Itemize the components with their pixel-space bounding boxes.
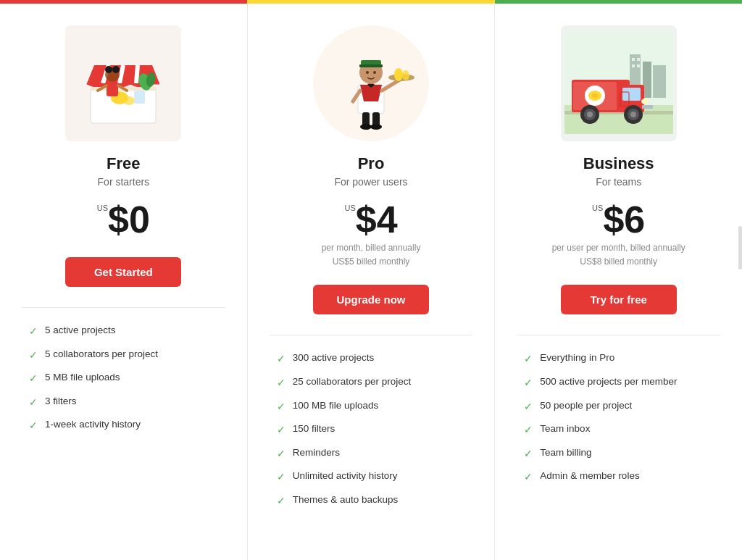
feature-text: 3 filters xyxy=(45,395,77,409)
pro-cta-button[interactable]: Upgrade now xyxy=(313,285,429,314)
list-item: ✓50 people per project xyxy=(524,399,713,414)
check-icon: ✓ xyxy=(29,419,38,433)
svg-rect-37 xyxy=(653,65,666,98)
free-divider xyxy=(22,307,225,308)
svg-point-33 xyxy=(373,71,376,74)
list-item: ✓5 collaborators per project xyxy=(29,348,218,363)
feature-text: 1-week activity history xyxy=(45,418,141,432)
pro-price-details: per month, billed annuallyUS$5 billed mo… xyxy=(322,241,421,269)
list-item: ✓100 MB file uploads xyxy=(277,399,466,414)
free-price: $0 xyxy=(108,201,150,238)
check-icon: ✓ xyxy=(524,423,533,438)
business-price-row: US $6 xyxy=(592,201,645,238)
svg-point-26 xyxy=(402,70,409,80)
svg-rect-41 xyxy=(637,64,640,67)
free-price-row: US $0 xyxy=(97,201,150,238)
business-price: $6 xyxy=(603,201,645,238)
svg-point-51 xyxy=(592,93,598,98)
check-icon: ✓ xyxy=(277,400,285,414)
svg-point-31 xyxy=(370,124,382,130)
illustration-free xyxy=(65,25,181,141)
feature-text: 150 filters xyxy=(293,422,335,436)
check-icon: ✓ xyxy=(29,325,38,339)
svg-line-4 xyxy=(136,65,138,83)
free-plan-subtitle: For starters xyxy=(98,176,150,188)
pro-divider xyxy=(270,335,473,335)
list-item: ✓Reminders xyxy=(277,446,466,461)
svg-point-54 xyxy=(587,112,593,117)
svg-point-32 xyxy=(366,71,369,74)
check-icon: ✓ xyxy=(29,348,38,363)
check-icon: ✓ xyxy=(524,352,533,367)
feature-text: 5 MB file uploads xyxy=(45,371,120,385)
check-icon: ✓ xyxy=(277,470,285,485)
pro-price: $4 xyxy=(356,201,398,238)
business-divider xyxy=(517,335,720,335)
feature-text: Unlimited activity history xyxy=(293,469,398,483)
feature-text: Team inbox xyxy=(540,422,590,436)
feature-text: Themes & auto backups xyxy=(293,493,399,507)
pro-features-list: ✓300 active projects✓25 collaborators pe… xyxy=(270,351,473,517)
illustration-business xyxy=(561,25,677,141)
list-item: ✓Themes & auto backups xyxy=(277,493,466,509)
list-item: ✓300 active projects xyxy=(277,351,466,367)
list-item: ✓Team billing xyxy=(524,446,713,461)
check-icon: ✓ xyxy=(277,352,285,367)
pricing-container: Free For starters US $0 Get Started ✓5 a… xyxy=(0,4,742,560)
svg-point-58 xyxy=(641,99,649,104)
svg-rect-22 xyxy=(359,64,383,67)
list-item: ✓25 collaborators per project xyxy=(277,375,466,390)
free-cta-button[interactable]: Get Started xyxy=(65,257,181,287)
check-icon: ✓ xyxy=(524,447,533,461)
pro-plan-name: Pro xyxy=(358,154,385,173)
pro-price-row: US $4 xyxy=(344,201,397,238)
business-features-list: ✓Everything in Pro✓500 active projects p… xyxy=(517,351,720,493)
svg-rect-59 xyxy=(642,105,653,109)
svg-point-25 xyxy=(394,68,403,81)
feature-text: 500 active projects per member xyxy=(540,375,677,389)
plan-pro: Pro For power users US $4 per month, bil… xyxy=(248,4,496,560)
plan-business: Business For teams US $6 per user per mo… xyxy=(495,4,742,560)
feature-text: 5 collaborators per project xyxy=(45,348,158,362)
plan-free: Free For starters US $0 Get Started ✓5 a… xyxy=(0,4,248,560)
svg-point-13 xyxy=(105,66,112,73)
list-item: ✓Team inbox xyxy=(524,422,713,438)
feature-text: Admin & member roles xyxy=(540,469,639,483)
svg-rect-39 xyxy=(637,58,640,61)
svg-rect-46 xyxy=(622,88,641,101)
list-item: ✓3 filters xyxy=(29,395,218,410)
feature-text: Team billing xyxy=(540,446,591,460)
feature-text: 5 active projects xyxy=(45,324,116,338)
svg-rect-10 xyxy=(107,82,118,96)
check-icon: ✓ xyxy=(524,400,533,414)
check-icon: ✓ xyxy=(29,372,38,386)
free-features-list: ✓5 active projects✓5 collaborators per p… xyxy=(22,324,225,442)
check-icon: ✓ xyxy=(524,376,533,390)
list-item: ✓500 active projects per member xyxy=(524,375,713,390)
svg-point-57 xyxy=(630,112,636,117)
illustration-pro xyxy=(313,25,429,141)
svg-rect-38 xyxy=(632,58,635,61)
feature-text: 25 collaborators per project xyxy=(293,375,412,389)
check-icon: ✓ xyxy=(277,494,285,509)
list-item: ✓Unlimited activity history xyxy=(277,469,466,485)
free-currency-prefix: US xyxy=(97,204,108,212)
feature-text: Reminders xyxy=(293,446,340,460)
pro-currency-prefix: US xyxy=(344,204,355,212)
business-plan-name: Business xyxy=(583,154,654,173)
business-plan-subtitle: For teams xyxy=(596,176,641,188)
list-item: ✓1-week activity history xyxy=(29,418,218,433)
business-price-details: per user per month, billed annuallyUS$8 … xyxy=(552,241,685,269)
business-cta-button[interactable]: Try for free xyxy=(561,285,677,314)
list-item: ✓5 active projects xyxy=(29,324,218,339)
free-plan-name: Free xyxy=(107,154,140,173)
list-item: ✓Everything in Pro xyxy=(524,351,713,367)
check-icon: ✓ xyxy=(524,470,533,485)
list-item: ✓5 MB file uploads xyxy=(29,371,218,386)
svg-point-14 xyxy=(112,66,120,73)
list-item: ✓150 filters xyxy=(277,422,466,438)
business-currency-prefix: US xyxy=(592,204,603,212)
svg-rect-8 xyxy=(134,91,145,104)
list-item: ✓Admin & member roles xyxy=(524,469,713,485)
scroll-indicator[interactable] xyxy=(738,226,742,269)
